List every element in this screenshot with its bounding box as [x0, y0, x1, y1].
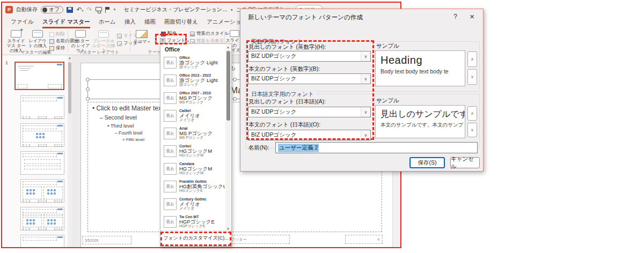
- undo-icon[interactable]: ↶▾: [76, 6, 83, 13]
- font-scheme-icon: 亜あ: [164, 216, 177, 228]
- slide-thumbnail-6[interactable]: [20, 207, 64, 230]
- screenshot-canvas: P 自動保存 オフ ↶▾ ↷ ▼ セミナービジネス・プレゼンテーション… • こ…: [0, 0, 644, 253]
- scrollbar-thumb[interactable]: [68, 62, 71, 114]
- help-icon[interactable]: ?: [453, 13, 457, 20]
- font-scheme-icon: 亜あ: [164, 128, 177, 139]
- checkbox-icon: [117, 34, 122, 39]
- selection-handle[interactable]: [233, 78, 237, 81]
- insert-layout-label: レイアウト の挿入: [28, 39, 47, 48]
- delete-button: 削除: [49, 31, 65, 38]
- selection-handle[interactable]: [86, 97, 90, 101]
- chevron-down-icon[interactable]: ∨: [361, 74, 370, 84]
- customize-fonts-menu-item[interactable]: フォントのカスタマイズ(C)...: [160, 232, 231, 244]
- font-scheme-icon: 亜あ: [164, 75, 177, 86]
- tab-1[interactable]: ファイル: [6, 17, 38, 28]
- theme-logo-mark: [57, 64, 62, 65]
- font-scheme-option-4[interactable]: 亜あCalibriメイリオメイリオ: [160, 107, 225, 124]
- slide-thumbnail-4[interactable]: [20, 151, 64, 175]
- save-icon[interactable]: [67, 7, 73, 13]
- font-scheme-option-10[interactable]: 亜あTw Cen MTHGPゴシックEHGPゴシックE: [160, 213, 225, 230]
- theme-logo-mark: [57, 209, 63, 210]
- tab-2[interactable]: スライド マスター: [38, 17, 94, 28]
- theme-button[interactable]: テーマ ▾: [132, 29, 151, 44]
- chevron-down-icon[interactable]: ∨: [361, 130, 370, 140]
- name-value: ユーザー定義 2: [278, 144, 319, 152]
- slide-master-icon: [11, 30, 21, 38]
- latin-body-font-combo[interactable]: BIZ UDPゴシック∨: [248, 73, 371, 84]
- font-scheme-icon: 亜あ: [164, 198, 177, 210]
- slide-thumbnail-5[interactable]: [20, 179, 64, 203]
- sample-scroll-down-button[interactable]: ∨: [467, 69, 477, 85]
- slidenumber-placeholder[interactable]: #: [345, 235, 383, 244]
- font-scheme-icon: 亜あ: [164, 163, 177, 175]
- latin-sample-box: Heading Body text body text body te: [375, 50, 465, 86]
- sample-scroll-up-button[interactable]: ∧: [467, 106, 477, 121]
- slidenumber-text: #: [377, 237, 379, 241]
- font-scheme-option-1[interactable]: 亜あOffice游ゴシック Light游ゴシック: [160, 54, 225, 71]
- latin-heading-font-combo[interactable]: BIZ UDPゴシック∨: [248, 51, 371, 62]
- redo-icon: ↷: [87, 6, 92, 13]
- tab-5[interactable]: 描画: [140, 17, 160, 28]
- qat-customize-icon[interactable]: ▼: [113, 8, 116, 11]
- slide-thumbnail-3[interactable]: [20, 123, 64, 147]
- jp-body-font-label: 本文のフォント (日本語)(O):: [248, 121, 320, 129]
- font-scheme-option-3[interactable]: 亜あOffice 2007 - 2010MS PゴシックMS Pゴシック: [160, 89, 225, 107]
- save-button[interactable]: 保存(S): [409, 157, 445, 168]
- dropdown-scrollbar[interactable]: ▲ ▼: [225, 44, 231, 232]
- chevron-down-icon[interactable]: ∨: [361, 51, 370, 61]
- selection-handle[interactable]: [86, 78, 90, 81]
- close-icon[interactable]: ×: [470, 12, 474, 21]
- dialog-title: 新しいテーマのフォント パターンの作成: [248, 13, 363, 21]
- font-scheme-option-5[interactable]: 亜あArialMS PゴシックMS Pゴシック: [160, 124, 225, 142]
- font-scheme-option-2[interactable]: 亜あOffice 2013 - 2022游ゴシック Light游ゴシック: [160, 71, 225, 89]
- font-scheme-option-9[interactable]: 亜あCentury Gothicメイリオメイリオ: [160, 195, 225, 213]
- chevron-down-icon[interactable]: ∨: [361, 107, 370, 117]
- background-styles-icon: [190, 32, 195, 36]
- insert-layout-button[interactable]: レイアウト の挿入: [27, 29, 48, 48]
- latin-sample-heading: Heading: [380, 54, 465, 66]
- jp-sample-label: サンプル: [376, 97, 399, 105]
- checkbox-icon: [117, 41, 122, 46]
- theme-fonts-dropdown: Office 亜あOffice游ゴシック Light游ゴシック亜あOffice …: [160, 43, 232, 247]
- jp-body-font-combo[interactable]: BIZ UDPゴシック∨: [248, 130, 371, 140]
- new-theme-fonts-dialog: 新しいテーマのフォント パターンの作成 ? × 英数字用のフォント 見出しのフォ…: [240, 9, 484, 172]
- theme-logo-mark: [57, 125, 63, 126]
- latin-sample-body: Body text body text body te: [380, 68, 465, 75]
- group-separator: [68, 30, 68, 53]
- font-scheme-icon: 亜あ: [164, 181, 177, 192]
- slideshow-icon[interactable]: [96, 7, 102, 11]
- selection-handle[interactable]: [233, 97, 237, 101]
- group-label-master-edit: マスターの編集: [5, 49, 67, 55]
- autosave-toggle[interactable]: オフ: [41, 6, 63, 13]
- sample-scroll-up-button[interactable]: ∧: [467, 51, 477, 67]
- tab-4[interactable]: 挿入: [120, 17, 140, 28]
- jp-heading-font-combo[interactable]: BIZ UDPゴシック∨: [248, 107, 371, 117]
- selection-handle[interactable]: [86, 87, 90, 91]
- colors-button[interactable]: 配色▾: [161, 31, 180, 37]
- scroll-up-icon[interactable]: ▲: [225, 46, 231, 49]
- slide-thumbnail-1[interactable]: [14, 62, 64, 90]
- flag-icon[interactable]: [105, 7, 110, 13]
- scroll-up-icon[interactable]: ▲: [68, 56, 72, 59]
- slide-thumbnail-panel: [2, 55, 68, 247]
- jp-sample-heading: 見出しのサンプルです: [380, 109, 465, 120]
- theme-icon: [136, 30, 148, 38]
- font-scheme-option-8[interactable]: 亜あFranklin GothicHG創英角ゴシックUBHGゴシックE: [160, 177, 225, 195]
- name-input[interactable]: ユーザー定義 2: [275, 142, 478, 153]
- font-scheme-option-6[interactable]: 亜あCorbelHGゴシックMHGゴシックM: [160, 142, 225, 160]
- scrollbar-thumb[interactable]: [226, 51, 230, 121]
- autosave-state: オフ: [49, 6, 60, 13]
- powerpoint-logo-icon: P: [5, 6, 13, 13]
- date-placeholder[interactable]: 3/5/2026: [82, 236, 131, 244]
- tab-3[interactable]: ホーム: [94, 17, 120, 28]
- sample-scroll-down-button[interactable]: ∨: [467, 123, 477, 137]
- font-scheme-option-7[interactable]: 亜あCandaraHGゴシックMHGゴシックM: [160, 160, 225, 177]
- jp-sample-box: 見出しのサンプルです 本文のサンプルです。本文のサンプ: [375, 105, 465, 138]
- jp-heading-font-label: 見出しのフォント (日本語)(A):: [248, 98, 326, 106]
- slide-thumbnail-2[interactable]: [20, 95, 64, 119]
- cancel-button[interactable]: キャンセル: [450, 157, 480, 168]
- tab-6[interactable]: 画面切り替え: [160, 17, 203, 28]
- thumbnail-scrollbar[interactable]: ▲: [68, 55, 72, 247]
- slide-thumbnail-7[interactable]: [20, 235, 64, 247]
- fonts-icon: 亜: [160, 38, 165, 43]
